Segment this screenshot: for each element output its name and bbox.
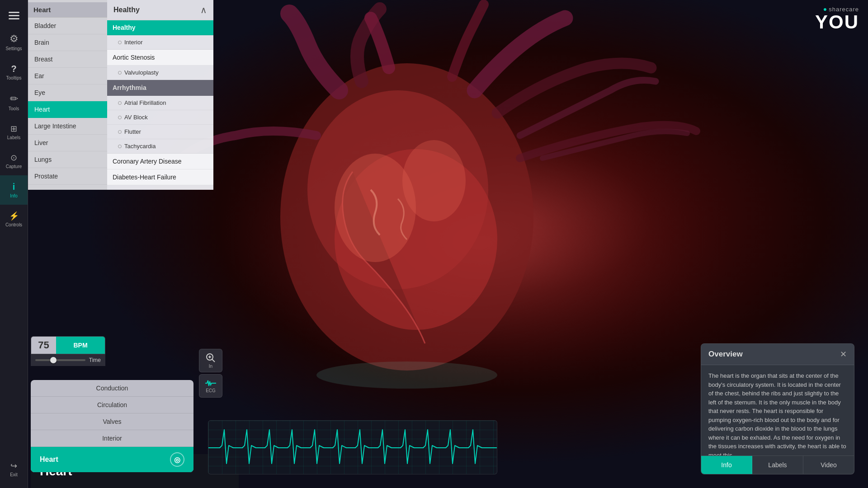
- overview-btn-info[interactable]: Info: [701, 456, 752, 474]
- capture-label: Capture: [6, 164, 22, 169]
- condition-group-diabetes[interactable]: Diabetes-Heart Failure: [107, 169, 213, 185]
- controls-icon: ⚡: [9, 211, 19, 221]
- overview-btn-video[interactable]: Video: [803, 456, 854, 474]
- exit-icon: ↪: [10, 461, 17, 471]
- condition-sub-interior[interactable]: Interior: [107, 35, 213, 50]
- ecg-icon: [205, 379, 216, 387]
- sub-bullet-valvuloplasty: [118, 71, 122, 75]
- anatomy-tabs: Conduction Circulation Valves Interior H…: [31, 380, 193, 472]
- tools-icon: ✏: [10, 93, 18, 105]
- condition-close-button[interactable]: ∧: [200, 5, 207, 15]
- sidebar-item-exit[interactable]: ↪ Exit: [0, 455, 28, 483]
- condition-header: Healthy ∧: [107, 0, 213, 20]
- bpm-label: BPM: [56, 337, 105, 354]
- bpm-panel: 75 BPM Time: [31, 336, 105, 366]
- controls-label: Controls: [5, 222, 22, 227]
- info-icon: i: [13, 182, 15, 192]
- you-logo: YOU: [815, 13, 859, 32]
- organ-item-lungs[interactable]: Lungs: [28, 151, 107, 168]
- sub-bullet-av-block: [118, 116, 122, 119]
- organ-list-header: Heart: [28, 2, 107, 18]
- ecg-waveform: [208, 421, 497, 474]
- ecg-label: ECG: [206, 388, 216, 393]
- organ-item-large-intestine[interactable]: Large Intestine: [28, 118, 107, 135]
- bpm-slider-thumb[interactable]: [50, 357, 57, 363]
- condition-sub-valvuloplasty-label: Valvuloplasty: [124, 69, 159, 76]
- sidebar-item-controls[interactable]: ⚡ Controls: [0, 205, 28, 234]
- condition-sub-tachycardia[interactable]: Tachycardia: [107, 139, 213, 154]
- left-sidebar: ⚙ Settings ? Tooltips ✏ Tools ⊞ Labels ⊙…: [0, 0, 28, 488]
- overview-panel: Overview ✕ The heart is the organ that s…: [701, 343, 854, 474]
- sub-bullet-interior: [118, 41, 122, 44]
- zoom-in-button[interactable]: In: [199, 349, 222, 372]
- labels-icon: ⊞: [10, 124, 17, 134]
- organ-item-reproductive[interactable]: Reproductive: [28, 185, 107, 190]
- condition-sub-flutter[interactable]: Flutter: [107, 125, 213, 139]
- organ-item-bladder[interactable]: Bladder: [28, 18, 107, 34]
- condition-panel: Healthy ∧ Healthy Interior Aortic Stenos…: [107, 0, 213, 190]
- zoom-in-label: In: [209, 364, 212, 369]
- condition-group-arrhythmia[interactable]: Arrhythmia: [107, 80, 213, 96]
- condition-group-healthy[interactable]: Healthy: [107, 20, 213, 35]
- tooltips-icon: ?: [11, 64, 16, 74]
- ecg-panel: [208, 420, 497, 474]
- main-panel: Heart Bladder Brain Breast Ear Eye Heart…: [28, 0, 213, 190]
- zoom-in-icon: [206, 353, 216, 363]
- condition-header-title: Healthy: [113, 6, 140, 14]
- sub-bullet-flutter: [118, 130, 122, 134]
- overview-btn-labels[interactable]: Labels: [752, 456, 803, 474]
- tab-circulation[interactable]: Circulation: [31, 397, 193, 413]
- bpm-time-label: Time: [89, 357, 101, 363]
- condition-group-coronary[interactable]: Coronary Artery Disease: [107, 154, 213, 169]
- organ-item-prostate[interactable]: Prostate: [28, 168, 107, 185]
- labels-label: Labels: [7, 135, 20, 140]
- tab-valves[interactable]: Valves: [31, 413, 193, 430]
- organ-item-eye[interactable]: Eye: [28, 84, 107, 101]
- overview-footer: Info Labels Video: [701, 455, 854, 474]
- sidebar-item-labels[interactable]: ⊞ Labels: [0, 117, 28, 146]
- logo: ● sharecare YOU: [815, 5, 859, 32]
- tab-interior[interactable]: Interior: [31, 430, 193, 447]
- bpm-slider-row: Time: [31, 354, 105, 366]
- organ-list: Heart Bladder Brain Breast Ear Eye Heart…: [28, 0, 107, 190]
- tools-label: Tools: [9, 106, 19, 111]
- organ-item-brain[interactable]: Brain: [28, 34, 107, 51]
- bpm-slider[interactable]: [35, 359, 85, 361]
- sidebar-item-settings[interactable]: ⚙ Settings: [0, 27, 28, 57]
- svg-line-9: [212, 359, 215, 362]
- organ-item-heart[interactable]: Heart: [28, 101, 107, 118]
- capture-icon: ⊙: [10, 153, 17, 163]
- condition-sub-atrial-fib[interactable]: Atrial Fibrillation: [107, 96, 213, 110]
- menu-button[interactable]: [0, 5, 28, 27]
- organ-item-ear[interactable]: Ear: [28, 68, 107, 84]
- sidebar-item-tooltips[interactable]: ? Tooltips: [0, 57, 28, 87]
- overview-body: The heart is the organ that sits at the …: [701, 365, 854, 455]
- condition-group-aortic-stenosis[interactable]: Aortic Stenosis: [107, 50, 213, 66]
- svg-point-6: [402, 140, 466, 221]
- svg-point-7: [316, 361, 497, 389]
- organ-item-liver[interactable]: Liver: [28, 135, 107, 151]
- ecg-button[interactable]: ECG: [199, 374, 222, 398]
- info-label: Info: [10, 193, 18, 198]
- ecg-circle-icon: ◎: [170, 452, 184, 467]
- sidebar-item-capture[interactable]: ⊙ Capture: [0, 146, 28, 175]
- tab-conduction[interactable]: Conduction: [31, 380, 193, 397]
- tab-heart-active-label: Heart: [40, 455, 58, 464]
- settings-icon: ⚙: [9, 33, 19, 45]
- overview-close-button[interactable]: ✕: [840, 349, 847, 359]
- condition-sub-interior-label: Interior: [124, 39, 142, 46]
- tab-heart-active[interactable]: Heart ◎: [31, 447, 193, 472]
- bpm-display: 75 BPM: [31, 336, 105, 354]
- condition-sub-valvuloplasty[interactable]: Valvuloplasty: [107, 66, 213, 80]
- sidebar-item-tools[interactable]: ✏ Tools: [0, 87, 28, 117]
- condition-sub-flutter-label: Flutter: [124, 128, 141, 135]
- organ-item-breast[interactable]: Breast: [28, 51, 107, 68]
- bpm-value: 75: [31, 337, 56, 354]
- tooltips-label: Tooltips: [6, 75, 22, 80]
- sidebar-item-info[interactable]: i Info: [0, 175, 28, 205]
- zoom-ecg-controls: In ECG: [199, 349, 222, 398]
- condition-sub-tachycardia-label: Tachycardia: [124, 143, 156, 150]
- sub-bullet-atrial-fib: [118, 101, 122, 105]
- settings-label: Settings: [5, 46, 22, 51]
- condition-sub-av-block[interactable]: AV Block: [107, 110, 213, 125]
